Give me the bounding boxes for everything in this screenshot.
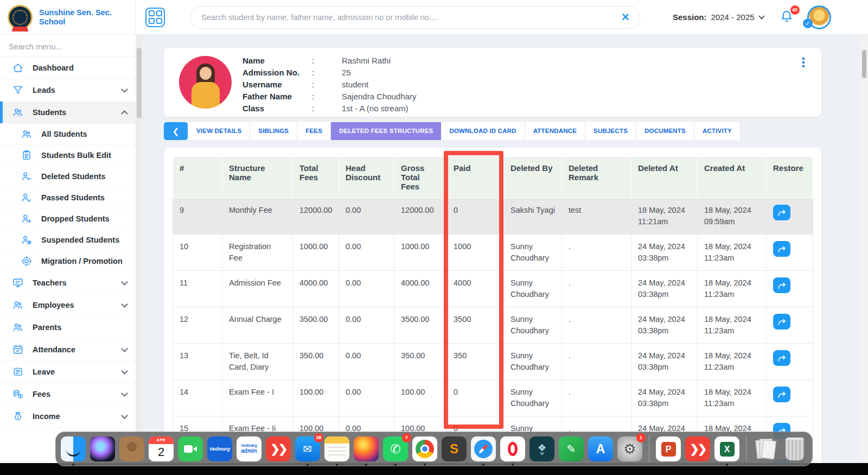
- tab-activity[interactable]: ACTIVITY: [694, 122, 741, 140]
- dock-app-powerpoint[interactable]: P: [656, 436, 681, 461]
- field-label: Username: [242, 79, 312, 91]
- notifications-bell[interactable]: 40: [779, 9, 795, 26]
- student-search-input[interactable]: [190, 6, 640, 29]
- dock-app-mail[interactable]: ✉38: [295, 436, 320, 461]
- restore-undo-icon: [777, 209, 787, 217]
- safari-icon: [471, 436, 496, 461]
- field-label: Admission No.: [242, 67, 312, 79]
- dock-app-opera[interactable]: [500, 436, 525, 461]
- sidebar-item-suspended-students[interactable]: Suspended Students: [0, 230, 136, 251]
- table-cell: 18 May, 2024 11:23am: [698, 307, 767, 344]
- dock-app-documents-stack[interactable]: [753, 436, 778, 461]
- restore-button[interactable]: [773, 350, 790, 366]
- back-button[interactable]: ❮: [164, 122, 188, 140]
- chevron-down-icon: [758, 13, 764, 19]
- running-indicator-dot: [394, 464, 397, 466]
- sidebar-item-income[interactable]: Income: [0, 406, 136, 428]
- table-cell: 0: [447, 380, 504, 416]
- table-cell: 12000.00: [293, 198, 339, 235]
- restore-undo-icon: [777, 282, 787, 289]
- dock-app-vedmarg-admin[interactable]: Vedmargadmin: [237, 436, 261, 461]
- sidebar-item-teachers[interactable]: Teachers: [0, 272, 136, 294]
- table-cell: 4000.00: [293, 271, 339, 307]
- user-avatar[interactable]: ✓: [807, 5, 831, 29]
- tab-siblings[interactable]: SIBLINGS: [250, 122, 297, 140]
- sidebar-item-migration-promotion[interactable]: Migration / Promotion: [0, 251, 136, 272]
- dock-app-filmora[interactable]: ❖w: [529, 436, 554, 461]
- table-cell: 18 May, 2024 09:59am: [698, 198, 767, 235]
- dock-app-calendar[interactable]: APR2: [149, 436, 174, 461]
- sidebar-item-dropped-students[interactable]: Dropped Students: [0, 208, 136, 230]
- dock-app-vedmarg[interactable]: Vedmarg: [207, 436, 232, 461]
- tab-subjects[interactable]: SUBJECTS: [585, 122, 636, 140]
- tab-documents[interactable]: DOCUMENTS: [636, 122, 694, 140]
- dock-app-red-diamond-app[interactable]: ❯❯: [266, 436, 291, 461]
- sidebar-item-passed-students[interactable]: Passed Students: [0, 187, 136, 208]
- table-cell: 1000.00: [293, 235, 339, 271]
- top-header: Sunshine Sen. Sec. School ✕ Session: 202…: [0, 0, 868, 35]
- tab-attendance[interactable]: ATTENDANCE: [525, 122, 585, 140]
- dock-app-trash[interactable]: [782, 436, 807, 461]
- sidebar-item-all-students[interactable]: All Students: [0, 124, 136, 145]
- table-cell: 9: [173, 198, 222, 235]
- sidebar-item-dashboard[interactable]: Dashboard: [0, 57, 136, 79]
- table-row: 10Registration Fee1000.000.001000.001000…: [173, 235, 813, 271]
- dock-app-excel[interactable]: X: [714, 436, 739, 461]
- table-cell: .: [562, 307, 631, 344]
- table-cell: 24 May, 2024 03:38pm: [631, 235, 698, 271]
- tab-download-id-card[interactable]: DOWNLOAD ID CARD: [441, 122, 525, 140]
- column-header-structure-name: Structure Name: [222, 157, 293, 198]
- apps-grid-icon[interactable]: [145, 8, 165, 27]
- running-indicator-dot: [424, 464, 426, 466]
- restore-button[interactable]: [773, 241, 790, 257]
- dock-app-contacts[interactable]: [119, 436, 144, 461]
- session-selector[interactable]: Session: 2024 - 2025: [673, 12, 764, 22]
- dock-app-facetime[interactable]: [178, 436, 203, 461]
- opera-icon: [500, 436, 525, 461]
- restore-cell: [767, 380, 813, 416]
- dock-app-app-store[interactable]: A: [588, 436, 613, 461]
- red-diamond-app-icon: ❯❯: [685, 436, 710, 461]
- macos-dock: APR2VedmargVedmargadmin❯❯✉38✆7S❖w✎A⚙1P❯❯…: [55, 432, 813, 466]
- dock-badge: 38: [314, 433, 323, 442]
- sidebar-search-input[interactable]: Search menu...: [0, 35, 136, 57]
- profile-field-row: Username:student: [242, 79, 417, 91]
- tab-view-details[interactable]: VIEW DETAILS: [188, 122, 250, 140]
- kebab-menu-icon[interactable]: [800, 58, 807, 69]
- dock-app-notes[interactable]: [324, 436, 349, 461]
- table-cell: Sunny Choudhary: [504, 271, 562, 307]
- dock-app-finder[interactable]: [61, 436, 86, 461]
- sidebar-item-leads[interactable]: Leads: [0, 79, 136, 102]
- restore-button[interactable]: [773, 387, 790, 402]
- sidebar-scrollbar[interactable]: [136, 35, 143, 475]
- dock-app-green-pencil-app[interactable]: ✎: [559, 436, 584, 461]
- profile-field-row: Name:Rashmi Rathi: [242, 55, 417, 67]
- dock-app-sublime-text[interactable]: S: [442, 436, 467, 461]
- sidebar-item-students-bulk-edit[interactable]: Students Bulk Edit: [0, 145, 136, 166]
- dock-separator: [746, 435, 746, 463]
- restore-button[interactable]: [773, 314, 790, 330]
- tab-fees[interactable]: FEES: [297, 122, 331, 140]
- sidebar-item-parents[interactable]: Parents: [0, 316, 136, 339]
- window-scrollbar[interactable]: [860, 35, 868, 475]
- restore-button[interactable]: [773, 205, 790, 220]
- finder-icon: [61, 436, 86, 461]
- dock-app-system-settings[interactable]: ⚙1: [617, 436, 642, 461]
- sidebar-item-attendance[interactable]: Attendance: [0, 339, 136, 361]
- dock-app-siri[interactable]: [90, 436, 115, 461]
- restore-button[interactable]: [773, 277, 790, 293]
- sidebar-item-label: Deleted Students: [41, 172, 105, 181]
- sidebar-item-leave[interactable]: Leave: [0, 361, 136, 383]
- sidebar-item-employees[interactable]: Employees: [0, 294, 136, 316]
- dock-app-chrome[interactable]: [412, 436, 437, 461]
- sidebar-item-students[interactable]: Students: [0, 102, 136, 124]
- dock-app-whatsapp[interactable]: ✆7: [383, 436, 408, 461]
- running-indicator-dot: [72, 464, 74, 466]
- sidebar-item-fees[interactable]: Fees: [0, 383, 136, 406]
- dock-app-safari[interactable]: [471, 436, 496, 461]
- sidebar-item-deleted-students[interactable]: Deleted Students: [0, 166, 136, 187]
- dock-app-red-diamond-app[interactable]: ❯❯: [685, 436, 710, 461]
- tab-deleted-fees-structures[interactable]: DELETED FEES STRUCTURES: [331, 122, 441, 140]
- search-clear-icon[interactable]: ✕: [620, 11, 631, 23]
- dock-app-firefox[interactable]: [354, 436, 379, 461]
